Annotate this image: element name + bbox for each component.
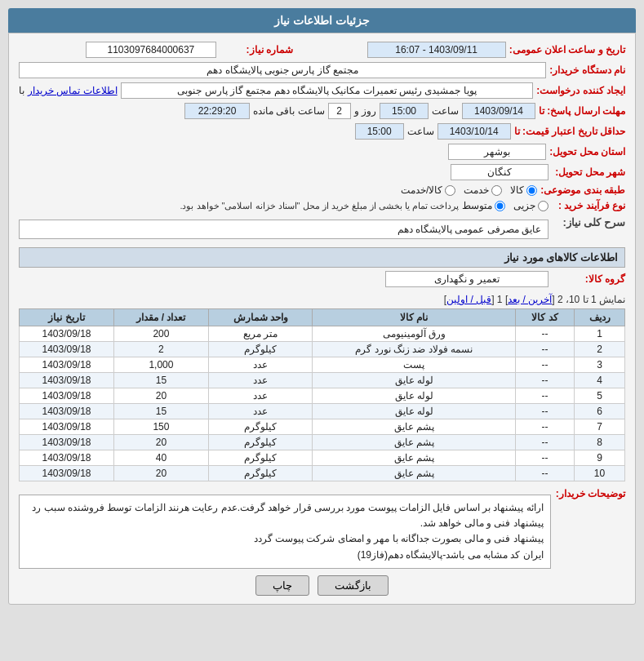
shomara-label: شماره نیاز: — [220, 44, 293, 55]
mohlat-ersal-label: مهلت ارسال پاسخ: تا — [539, 105, 625, 117]
nooe-jozi[interactable]: جزیی — [513, 200, 549, 211]
mohlat-ersal-time: 15:00 — [380, 103, 429, 119]
table-row: 2--نسمه فولاد ضد زنگ نورد گرمکیلوگرم2140… — [20, 342, 625, 357]
grohe-kala-value: تعمیر و نگهداری — [385, 271, 549, 287]
tarikh-label: تاریخ و ساعت اعلان عمومی: — [509, 44, 625, 55]
pagination-prev[interactable]: قبل / اولین — [446, 294, 491, 305]
col-name: نام کالا — [313, 309, 516, 326]
nooe-motavaset[interactable]: متوسط — [462, 200, 505, 211]
nam-dastgah-label: نام دستگاه خریدار: — [549, 64, 625, 76]
serh-koli-value: عایق مصرفی عمومی پالایشگاه دهم — [19, 220, 549, 239]
ostan-value: بوشهر — [448, 144, 546, 160]
shomara-value: 1103097684000637 — [86, 42, 216, 58]
pagination-row: نمایش 1 تا 10، 2 [آخرین / بعد] 1 [قبل / … — [19, 294, 625, 305]
ettelaat-tamas-link[interactable]: اطلاعات تماس خریدار — [28, 85, 118, 96]
items-table: ردیف کد کالا نام کالا واحد شمارش تعداد /… — [19, 308, 625, 481]
tabaghe-kala-khidmat[interactable]: کالا/خدمت — [401, 184, 455, 196]
grohe-kala-label: گروه کالا: — [552, 273, 625, 285]
tabaghe-radio-group: کالا/خدمت خدمت کالا — [401, 184, 537, 196]
hadaksar-time-label: ساعت — [407, 126, 434, 137]
kalaha-section-title: اطلاعات کالاهای مورد نیاز — [19, 247, 625, 268]
hadaksar-time: 15:00 — [355, 123, 404, 140]
shahr-label: شهر محل تحویل: — [552, 166, 625, 178]
shahr-value: کنگان — [451, 164, 549, 180]
pagination-last[interactable]: آخرین / بعد — [508, 294, 552, 305]
table-row: 7--پشم عایقکیلوگرم1501403/09/18 — [20, 419, 625, 435]
tarikh-value: 1403/09/11 - 16:07 — [367, 42, 506, 58]
ijad-konande-label: ایجاد کننده درخواست: — [536, 85, 625, 96]
nam-dastgah-value: مجتمع گاز پارس جنوبی پالایشگاه دهم — [19, 62, 546, 78]
col-kod: کد کالا — [516, 309, 575, 326]
tabaghe-khidmat[interactable]: خدمت — [464, 184, 502, 196]
back-button[interactable]: بازگشت — [318, 575, 389, 596]
tabaghe-label: طبقه بندی موضوعی: — [540, 184, 625, 196]
mohlat-ersal-date: 1403/09/14 — [462, 103, 535, 119]
col-vahed: واحد شمارش — [208, 309, 313, 326]
nooe-farayand-radio-group: متوسط جزیی — [462, 200, 549, 211]
page-header: جزئیات اطلاعات نیاز — [8, 8, 636, 33]
table-row: 8--پشم عایقکیلوگرم201403/09/18 — [20, 435, 625, 450]
farayand-desc: پرداخت تمام یا بخشی از مبلغ خرید از محل … — [19, 201, 459, 211]
saate-val: 22:29:20 — [184, 103, 250, 119]
notes-content: ارائه پیشنهاد بر اساس فایل الزامات پیوست… — [19, 495, 551, 569]
col-radif: ردیف — [575, 309, 625, 326]
serh-koli-label: سرح کلی نیاز: — [552, 216, 625, 228]
col-tedad: تعداد / مقدار — [114, 309, 209, 326]
ijad-konande-value: پویا جمشیدی رئیس تعمیرات مکانیک پالایشگا… — [121, 82, 534, 99]
col-tarikh: تاریخ نیاز — [20, 309, 114, 326]
table-row: 9--پشم عایقکیلوگرم401403/09/18 — [20, 450, 625, 466]
tabaghe-kala[interactable]: کالا — [510, 184, 537, 196]
print-button[interactable]: چاپ — [255, 575, 309, 596]
table-row: 3--پستعدد1,0001403/09/18 — [20, 357, 625, 373]
saate-mande-label: ساعت باقی مانده — [253, 105, 325, 117]
table-row: 10--پشم عایقکیلوگرم201403/09/18 — [20, 466, 625, 481]
mohlat-time-label: ساعت — [432, 105, 459, 117]
ostan-label: استان محل تحویل: — [549, 146, 625, 157]
hadaksar-label: حداقل تاریخ اعتبار قیمت: تا — [514, 126, 625, 137]
nooe-farayand-label: نوع فرآیند خرید : — [552, 200, 625, 211]
table-row: 4--لوله عایقعدد151403/09/18 — [20, 373, 625, 388]
rooz-label: روز و — [354, 105, 376, 117]
table-row: 6--لوله عایقعدد151403/09/18 — [20, 404, 625, 419]
notes-label: توضیحات خریدار: — [556, 488, 625, 499]
table-row: 5--لوله عایقعدد201403/09/18 — [20, 388, 625, 404]
hadaksar-date: 1403/10/14 — [437, 123, 511, 140]
table-row: 1--ورق آلومینیومیمتر مریع2001403/09/18 — [20, 326, 625, 342]
rooz-val: 2 — [328, 103, 351, 119]
